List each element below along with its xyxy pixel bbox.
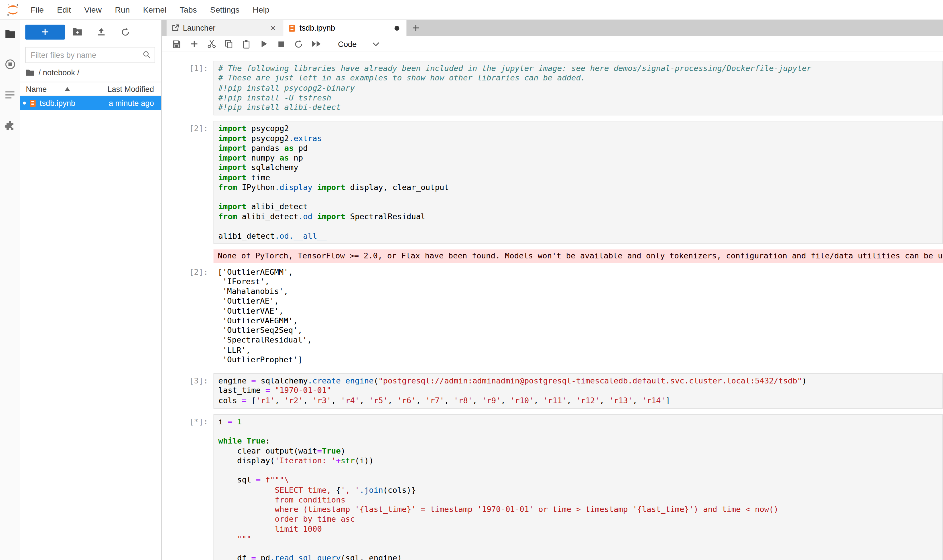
tab-launcher[interactable]: Launcher × [167,20,283,36]
notebook-file-icon [29,99,37,107]
file-modified: a minute ago [109,98,154,108]
menu-item-tabs[interactable]: Tabs [173,0,204,19]
cut-cells-icon[interactable] [203,36,220,51]
cell-prompt: [2]: [170,264,213,365]
menu-item-kernel[interactable]: Kernel [136,0,173,19]
launcher-icon [171,24,179,32]
menu-item-settings[interactable]: Settings [204,0,246,19]
running-kernels-icon[interactable] [3,58,17,71]
run-cell-icon[interactable] [255,36,272,51]
copy-cells-icon[interactable] [220,36,238,51]
cell-prompt [170,249,213,263]
save-icon[interactable] [168,36,185,51]
stderr-text: None of PyTorch, TensorFlow >= 2.0, or F… [213,249,943,263]
file-browser-toolbar [20,20,161,44]
cell-editor[interactable]: # The following libraries have already b… [213,61,943,115]
restart-run-all-icon[interactable] [307,36,325,51]
output-text: ['OutlierAEGMM', 'IForest', 'Mahalanobis… [213,264,943,365]
menu-item-run[interactable]: Run [108,0,136,19]
notebook-icon [288,24,296,32]
jupyterlab-window: FileEditViewRunKernelTabsSettingsHelp [0,0,943,560]
menu-item-edit[interactable]: Edit [50,0,77,19]
menu-item-help[interactable]: Help [246,0,276,19]
menu-bar: FileEditViewRunKernelTabsSettingsHelp [0,0,943,20]
cell-prompt: [3]: [170,373,213,408]
tab-label: tsdb.ipynb [299,23,391,32]
column-name[interactable]: Name [26,85,47,94]
interrupt-kernel-icon[interactable] [272,36,290,51]
cell-prompt: [*]: [170,414,213,560]
table-of-contents-icon[interactable] [3,89,17,101]
file-list-header: Name Last Modified [20,82,161,96]
close-icon[interactable]: × [269,23,278,32]
stderr-output: None of PyTorch, TensorFlow >= 2.0, or F… [170,249,943,263]
search-icon [143,50,151,61]
cell-editor[interactable]: import psycopg2import psycopg2.extrasimp… [213,121,943,244]
chevron-down-icon [372,42,380,46]
cell-editor[interactable]: engine = sqlalchemy.create_engine("postg… [213,373,943,408]
new-folder-icon[interactable] [65,24,89,39]
file-name: tsdb.ipynb [40,98,75,108]
menu-item-view[interactable]: View [77,0,108,19]
paste-cells-icon[interactable] [238,36,255,51]
cell-type-dropdown[interactable]: Code [333,38,384,49]
tab-bar: Launcher × tsdb.ipynb [162,20,943,36]
code-cell: [2]:import psycopg2import psycopg2.extra… [170,121,943,244]
cell-prompt: [2]: [170,121,213,244]
cell-prompt: [1]: [170,61,213,115]
unsaved-changes-indicator[interactable] [395,25,400,30]
menu-bar-items: FileEditViewRunKernelTabsSettingsHelp [24,0,276,19]
new-tab-button[interactable] [407,20,424,36]
restart-kernel-icon[interactable] [290,36,307,51]
code-cell: [1]:# The following libraries have alrea… [170,61,943,115]
jupyter-logo-icon [6,3,20,16]
extensions-icon[interactable] [3,120,17,132]
code-cell: [3]:engine = sqlalchemy.create_engine("p… [170,373,943,408]
running-status-dot [23,102,26,105]
output-cell: [2]:['OutlierAEGMM', 'IForest', 'Mahalan… [170,264,943,365]
file-browser-panel: / notebook / Name Last Modified tsdb.ipy… [20,20,162,560]
refresh-icon[interactable] [113,24,137,39]
cell-list: [1]:# The following libraries have alrea… [170,61,943,560]
sort-ascending-icon[interactable] [65,87,69,91]
filter-files-input[interactable] [25,47,155,63]
menu-item-file[interactable]: File [24,0,50,19]
column-last-modified[interactable]: Last Modified [107,85,154,94]
notebook-scroll-area[interactable]: [1]:# The following libraries have alrea… [162,52,943,560]
breadcrumb[interactable]: / notebook / [20,63,161,82]
file-browser-icon[interactable] [3,28,17,40]
add-cell-icon[interactable] [185,36,203,51]
upload-icon[interactable] [89,24,113,39]
tab-label: Launcher [183,23,265,32]
left-dock-strip [0,20,20,560]
new-launcher-button[interactable] [25,24,65,39]
notebook-toolbar: Code [162,36,943,52]
cell-editor[interactable]: i = 1 while True: clear_output(wait=True… [213,414,943,560]
main-area: Launcher × tsdb.ipynb [162,20,943,560]
cell-type-value: Code [338,40,357,49]
filter-files-box [25,47,155,63]
breadcrumb-path: / notebook / [39,68,79,77]
code-cell: [*]:i = 1 while True: clear_output(wait=… [170,414,943,560]
file-row[interactable]: tsdb.ipynb a minute ago [20,96,161,110]
tab-notebook[interactable]: tsdb.ipynb [283,20,407,36]
